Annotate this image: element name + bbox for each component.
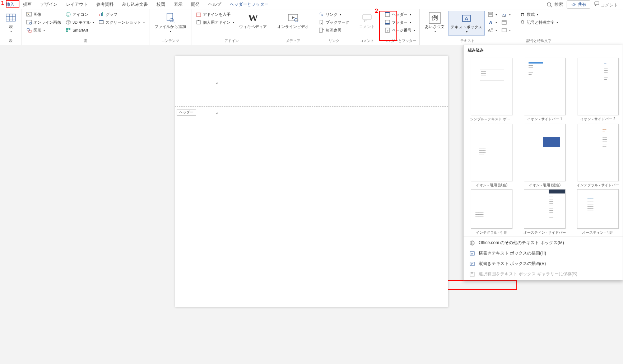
callout-number-2: 2	[375, 8, 378, 14]
menu-layout[interactable]: レイアウト	[62, 0, 92, 9]
header-tag: ヘッダー	[177, 109, 196, 116]
link-button[interactable]: リンク▾	[317, 11, 351, 18]
textbox-button[interactable]: A テキストボックス▾	[448, 11, 485, 36]
gallery-grid-row1: ━━━━━━━━━━━━━━━━━━━━━━━━━━ シンプル - テキスト ボ…	[464, 55, 623, 124]
quickparts-button[interactable]: ▾	[486, 11, 498, 18]
svg-rect-34	[363, 14, 371, 20]
file-search-icon	[164, 12, 176, 24]
signature-button[interactable]: ▾	[500, 11, 512, 18]
crossref-button[interactable]: 相互参照	[317, 27, 351, 34]
menu-developer[interactable]: 開発	[187, 0, 204, 9]
gallery-save-selection: 選択範囲をテキスト ボックス ギャラリーに保存(S)	[464, 269, 623, 279]
menu-design[interactable]: デザイン	[36, 0, 62, 9]
menu-bar: 挿入 描画 デザイン レイアウト 参考資料 差し込み文書 校閲 表示 開発 ヘル…	[0, 0, 623, 9]
menu-mailings[interactable]: 差し込み文書	[118, 0, 152, 9]
dropcap-icon: A	[488, 27, 493, 33]
group-label-links: リンク	[329, 38, 339, 43]
vertical-textbox-icon: A	[469, 261, 475, 267]
chevron-down-icon: ▾	[10, 30, 12, 33]
menu-references[interactable]: 参考資料	[92, 0, 118, 9]
menu-help[interactable]: ヘルプ	[204, 0, 226, 9]
screenshot-icon	[98, 19, 104, 25]
wikipedia-button[interactable]: W ウィキペディア	[237, 11, 269, 31]
gallery-item-integral-sidebar[interactable]: ━━━━━━━━━━━━━━━━━━━━━━━━━━━━━━━━━━━━━━━━…	[576, 124, 619, 188]
menu-draw[interactable]: 描画	[19, 0, 36, 9]
reuse-file-button[interactable]: ファイルから追加▾	[152, 11, 188, 35]
dropcap-button[interactable]: A▾	[486, 27, 498, 34]
callout-box-1	[6, 0, 19, 8]
cube-icon	[65, 19, 71, 25]
comment-bubble-icon	[361, 12, 373, 24]
image-icon	[26, 11, 32, 17]
search-box[interactable]: 検索	[543, 1, 567, 8]
video-icon	[287, 12, 299, 24]
page[interactable]: ⤶ ヘッダー ⤶	[175, 56, 448, 307]
search-icon	[547, 2, 552, 8]
svg-rect-24	[99, 20, 103, 21]
svg-rect-2	[595, 2, 599, 5]
save-icon	[469, 271, 475, 277]
menu-view[interactable]: 表示	[169, 0, 187, 9]
ribbon-group-media: オンラインビデオ メディア	[272, 9, 314, 45]
ribbon-group-symbols: π数式▾ Ω記号と特殊文字▾ 記号と特殊文字	[515, 9, 562, 45]
gallery-item-integral-quote[interactable]: ━━━━━━━━━━━━━━━━━━━━━━━━━━━━━━━━━━━━━━━━…	[470, 189, 513, 235]
3dmodel-button[interactable]: 3D モデル▾	[64, 19, 96, 26]
my-addins-button[interactable]: 個人用アドイン▾	[194, 19, 236, 26]
svg-point-9	[28, 13, 29, 14]
svg-rect-22	[102, 12, 103, 16]
gallery-more-online[interactable]: Office.com のその他のテキスト ボックス(M)	[464, 238, 623, 248]
screenshot-button[interactable]: スクリーンショット▾	[97, 19, 146, 26]
datetime-button[interactable]	[500, 19, 512, 26]
smartart-icon	[65, 27, 71, 33]
svg-text:A: A	[470, 263, 474, 265]
online-image-icon	[26, 19, 32, 25]
comment-button-top[interactable]: コメント	[590, 0, 622, 9]
ribbon-group-table: 表▾ 表	[0, 9, 22, 45]
ribbon: 表▾ 表 画像 オンライン画像 図形▾ アイコン 3D モデル▾ SmartAr…	[0, 9, 623, 45]
greeting-icon: 例	[429, 12, 441, 24]
greeting-button[interactable]: 例 あいさつ文▾	[423, 11, 447, 35]
menu-review[interactable]: 校閲	[152, 0, 169, 9]
gallery-draw-horizontal[interactable]: A 横書きテキスト ボックスの描画(H)	[464, 248, 623, 258]
smartart-button[interactable]: SmartArt	[64, 27, 96, 34]
group-label-media: メディア	[286, 38, 300, 43]
svg-rect-19	[66, 31, 68, 32]
online-video-button[interactable]: オンラインビデオ	[275, 11, 311, 31]
gallery-item-austin-sidebar[interactable]: ━━━━━━━━━━━━━━━━━━━━━━━━━━━━━━━━━━━━━━━━…	[523, 189, 566, 235]
insert-comment-button[interactable]: コメント	[357, 11, 377, 31]
share-icon	[571, 2, 576, 8]
callout-box-2	[379, 11, 397, 41]
group-label-addins: アドイン	[224, 38, 239, 43]
gallery-item-ion-sidebar1[interactable]: ━━━━━━━━━━━━━━━━━━━━━━━━━━━━━━━━━━ イオン -…	[523, 58, 566, 122]
wordart-button[interactable]: A▾	[486, 19, 498, 26]
gallery-grid-row3: ━━━━━━━━━━━━━━━━━━━━━━━━━━━━━━━━━━━━━━━━…	[464, 189, 623, 237]
get-addins-button[interactable]: アドインを入手	[194, 11, 236, 18]
gallery-item-ion-quote-light[interactable]: ━━━━━━━━━━━━━━━━━━━━━━━━━━━━━━━━━━━━ イオン…	[470, 124, 513, 188]
gallery-draw-vertical[interactable]: A 縦書きテキスト ボックスの描画(V)	[464, 258, 623, 269]
gallery-item-ion-sidebar2[interactable]: ━━━━━━━━━━━━━━━━━━━━━━━━━━━━━━━━━━━━━━━━…	[576, 58, 619, 122]
online-pictures-button[interactable]: オンライン画像	[25, 19, 62, 26]
equation-button[interactable]: π数式▾	[518, 11, 559, 18]
symbol-icon: Ω	[520, 19, 525, 25]
globe-icon	[469, 240, 475, 246]
object-button[interactable]: ▾	[500, 27, 512, 34]
menu-headerfooter-context[interactable]: ヘッダーとフッター	[226, 0, 273, 9]
share-button[interactable]: 共有	[567, 0, 590, 9]
shapes-button[interactable]: 図形▾	[25, 27, 62, 34]
gallery-item-ion-quote-dark[interactable]: イオン - 引用 (濃色)	[523, 124, 566, 188]
chart-button[interactable]: グラフ	[97, 11, 146, 18]
table-button[interactable]: 表▾	[3, 11, 19, 35]
textbox-icon: A	[461, 13, 472, 24]
svg-rect-33	[319, 28, 322, 32]
icons-button[interactable]: アイコン	[64, 11, 96, 18]
gallery-item-simple[interactable]: ━━━━━━━━━━━━━━━━━━━━━━━━━━ シンプル - テキスト ボ…	[470, 58, 513, 122]
symbol-button[interactable]: Ω記号と特殊文字▾	[518, 19, 559, 26]
pictures-button[interactable]: 画像	[25, 11, 62, 18]
gallery-item-austin-quote[interactable]: ━━━━━━━━━━━━━━━━━━━━━━━━━━━━━━━━━━━━━━━━…	[576, 189, 619, 235]
wikipedia-icon: W	[247, 12, 259, 24]
svg-rect-28	[196, 13, 201, 17]
svg-rect-53	[502, 28, 506, 32]
svg-line-1	[550, 6, 552, 7]
bookmark-button[interactable]: ブックマーク	[317, 19, 351, 26]
ribbon-group-illustrations: 画像 オンライン画像 図形▾ アイコン 3D モデル▾ SmartArt グラフ…	[22, 9, 149, 45]
